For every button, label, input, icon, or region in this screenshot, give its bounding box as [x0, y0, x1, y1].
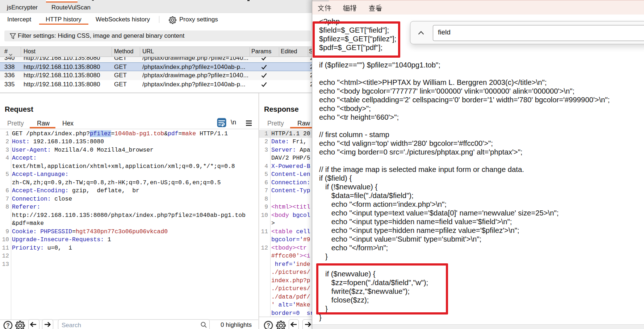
- svg-text:?: ?: [267, 322, 270, 329]
- svg-text:?: ?: [6, 322, 10, 329]
